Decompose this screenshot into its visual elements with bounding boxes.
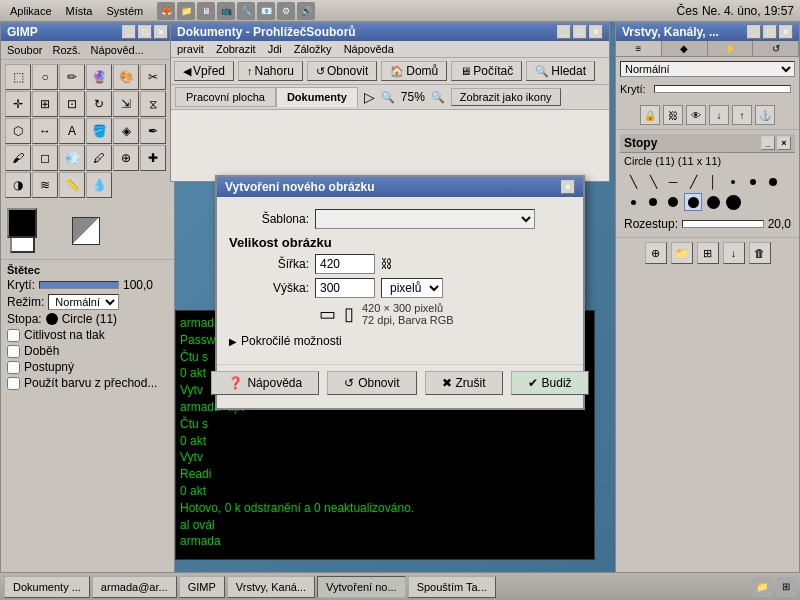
tool-color-select[interactable]: 🎨	[113, 64, 139, 90]
fm-btn-hledat[interactable]: 🔍 Hledat	[526, 61, 595, 81]
fm-btn-pocitac[interactable]: 🖥 Počítač	[451, 61, 522, 81]
fm-menu-zalozky[interactable]: Záložky	[289, 42, 337, 56]
layer-anchor-icon[interactable]: ⚓	[755, 105, 775, 125]
menu-mista[interactable]: Místa	[60, 3, 99, 19]
brush-8[interactable]	[764, 173, 782, 191]
tool-dodge[interactable]: ◑	[5, 172, 31, 198]
fm-btn-obnovit[interactable]: ↺ Obnovit	[307, 61, 377, 81]
napoveda-btn[interactable]: ❓ Nápověda	[211, 371, 319, 395]
fm-menu-napoveda[interactable]: Nápověda	[339, 42, 399, 56]
layer-lock-icon[interactable]: 🔒	[640, 105, 660, 125]
tool-flip[interactable]: ↔	[32, 118, 58, 144]
brushes-collapse[interactable]: _	[761, 136, 775, 150]
fm-btn-nahoru[interactable]: ↑ Nahoru	[238, 61, 303, 81]
layers-minimize[interactable]: _	[747, 25, 761, 39]
brush-5[interactable]: │	[704, 173, 722, 191]
layers-close[interactable]: ×	[779, 25, 793, 39]
gimp-maximize[interactable]: □	[138, 25, 152, 39]
rezim-select[interactable]: Normální	[48, 294, 119, 310]
tool-airbrush[interactable]: 💨	[59, 145, 85, 171]
fm-zoom-out-icon[interactable]: 🔍	[431, 91, 445, 104]
advanced-row[interactable]: ▶ Pokročilé možnosti	[229, 334, 571, 348]
taskbar-btn-armada[interactable]: armada@ar...	[92, 576, 177, 598]
fm-btn-domu[interactable]: 🏠 Domů	[381, 61, 447, 81]
gimp-menu-rozs[interactable]: Rozš.	[48, 43, 84, 57]
tool-text[interactable]: A	[59, 118, 85, 144]
gimp-menu-soubor[interactable]: Soubor	[3, 43, 46, 57]
rozestup-slider[interactable]	[682, 220, 764, 228]
new-layer-from-visible[interactable]: ⊕	[645, 242, 667, 264]
taskbar-btn-spoustim[interactable]: Spouštím Ta...	[408, 576, 496, 598]
fm-minimize[interactable]: _	[557, 25, 571, 39]
tool-measure[interactable]: 📏	[59, 172, 85, 198]
tool-move[interactable]: ✛	[5, 91, 31, 117]
zrusit-btn[interactable]: ✖ Zrušit	[425, 371, 503, 395]
mode-select[interactable]: Normální	[620, 61, 795, 77]
layer-down-icon[interactable]: ↓	[709, 105, 729, 125]
merge-layer-down[interactable]: ↓	[723, 242, 745, 264]
tool-shear[interactable]: ⧖	[140, 91, 166, 117]
tool-ink[interactable]: 🖊	[86, 145, 112, 171]
brush-4[interactable]: ╱	[684, 173, 702, 191]
tool-perspective[interactable]: ⬡	[5, 118, 31, 144]
layers-tab-history[interactable]: ↺	[753, 41, 799, 56]
tool-rect-select[interactable]: ⬚	[5, 64, 31, 90]
default-colors-btn[interactable]	[72, 217, 100, 245]
delete-layer[interactable]: 🗑	[749, 242, 771, 264]
sablona-select[interactable]	[315, 209, 535, 229]
unit-select[interactable]: pixelů	[381, 278, 443, 298]
landscape-icon[interactable]: ▭	[319, 303, 336, 325]
citlivost-checkbox[interactable]	[7, 329, 20, 342]
brush-11[interactable]	[664, 193, 682, 211]
fm-menu-pravit[interactable]: pravit	[172, 42, 209, 56]
dobeh-checkbox[interactable]	[7, 345, 20, 358]
tool-eraser[interactable]: ◻	[32, 145, 58, 171]
layer-chain-icon[interactable]: ⛓	[663, 105, 683, 125]
taskbar-icon-apps[interactable]: ⊞	[776, 577, 796, 597]
tool-clone[interactable]: ⊕	[113, 145, 139, 171]
fm-add-tab[interactable]: ▷	[364, 89, 375, 105]
fm-maximize[interactable]: □	[573, 25, 587, 39]
fm-close[interactable]: ×	[589, 25, 603, 39]
opacity-slider[interactable]	[654, 85, 791, 93]
fm-menu-zobrazit[interactable]: Zobrazit	[211, 42, 261, 56]
tool-crop[interactable]: ⊡	[59, 91, 85, 117]
fm-tab-pracovni[interactable]: Pracovní plocha	[175, 87, 276, 107]
tool-ellipse-select[interactable]: ○	[32, 64, 58, 90]
brush-1[interactable]: ╲	[624, 173, 642, 191]
postupny-checkbox[interactable]	[7, 361, 20, 374]
foreground-color-swatch[interactable]	[7, 208, 37, 238]
fm-btn-vpred[interactable]: ◀ Vpřed	[174, 61, 234, 81]
tool-smudge[interactable]: ≋	[32, 172, 58, 198]
gimp-close[interactable]: ×	[154, 25, 168, 39]
kryt-slider[interactable]	[39, 281, 119, 289]
tool-free-select[interactable]: ✏	[59, 64, 85, 90]
tool-fuzzy-select[interactable]: 🔮	[86, 64, 112, 90]
sirka-input[interactable]	[315, 254, 375, 274]
new-layer-group[interactable]: 📁	[671, 242, 693, 264]
budiz-btn[interactable]: ✔ Budiž	[511, 371, 589, 395]
tool-scissors[interactable]: ✂	[140, 64, 166, 90]
brush-14[interactable]	[724, 193, 742, 211]
tool-rotate[interactable]: ↻	[86, 91, 112, 117]
pouzit-checkbox[interactable]	[7, 377, 20, 390]
tool-pencil[interactable]: ✒	[140, 118, 166, 144]
layer-eye-icon[interactable]: 👁	[686, 105, 706, 125]
brush-12-selected[interactable]	[684, 193, 702, 211]
brush-2[interactable]: ╲	[644, 173, 662, 191]
fm-view-icons-btn[interactable]: Zobrazit jako ikony	[451, 88, 561, 106]
tool-bucket-fill[interactable]: 🪣	[86, 118, 112, 144]
gimp-menu-napoveda[interactable]: Nápověd...	[87, 43, 148, 57]
gimp-minimize[interactable]: _	[122, 25, 136, 39]
taskbar-btn-dokumenty[interactable]: Dokumenty ...	[4, 576, 90, 598]
brush-7[interactable]	[744, 173, 762, 191]
taskbar-btn-gimp[interactable]: GIMP	[179, 576, 225, 598]
obnovit-btn[interactable]: ↺ Obnovit	[327, 371, 416, 395]
fm-menu-jdi[interactable]: Jdi	[263, 42, 287, 56]
tool-color-picker[interactable]: 💧	[86, 172, 112, 198]
portrait-icon[interactable]: ▯	[344, 303, 354, 325]
layers-maximize[interactable]: □	[763, 25, 777, 39]
tool-paintbrush[interactable]: 🖌	[5, 145, 31, 171]
brush-3[interactable]: ─	[664, 173, 682, 191]
taskbar-btn-vrstvy[interactable]: Vrstvy, Kaná...	[227, 576, 315, 598]
